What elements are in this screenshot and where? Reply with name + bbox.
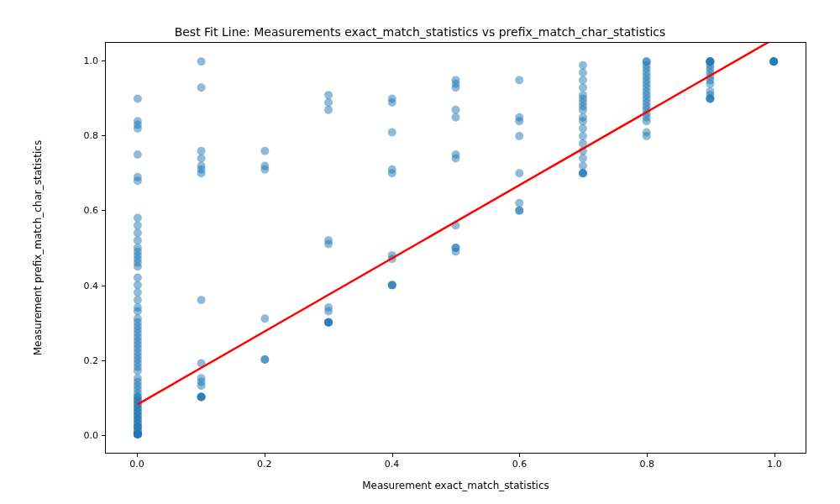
scatter-point (643, 57, 651, 66)
scatter-point (324, 91, 333, 99)
scatter-point (579, 91, 587, 99)
scatter-point (134, 314, 142, 323)
scatter-point (324, 236, 333, 244)
scatter-point (197, 392, 206, 401)
scatter-point (134, 221, 142, 229)
scatter-point (134, 288, 142, 297)
scatter-point (515, 132, 523, 140)
y-tick-mark (102, 286, 105, 286)
x-tick-mark (392, 454, 393, 457)
plot-frame (105, 42, 806, 454)
scatter-point (134, 374, 142, 382)
scatter-point (260, 161, 269, 170)
scatter-point (579, 69, 587, 77)
y-axis-label: Measurement prefix_match_char_statistics (32, 140, 44, 355)
scatter-point (134, 281, 142, 289)
x-tick-mark (519, 454, 520, 457)
y-tick-mark (102, 135, 105, 136)
scatter-point (134, 173, 142, 181)
scatter-point (579, 76, 587, 84)
y-tick-mark (102, 210, 105, 211)
scatter-point (134, 214, 142, 223)
scatter-point (197, 83, 206, 92)
scatter-point (388, 95, 396, 103)
y-tick-mark (102, 360, 105, 361)
x-tick-label: 0.2 (257, 459, 272, 470)
scatter-point (324, 98, 333, 107)
y-tick-label: 0.2 (65, 354, 98, 365)
scatter-point (134, 228, 142, 237)
scatter-point (388, 165, 396, 174)
scatter-point (134, 274, 142, 282)
x-tick-mark (265, 454, 265, 457)
x-tick-label: 0.8 (639, 459, 654, 470)
scatter-point (324, 318, 333, 327)
scatter-point (197, 155, 206, 163)
scatter-point (197, 161, 206, 170)
scatter-point (515, 76, 523, 84)
x-tick-label: 0.0 (129, 459, 144, 470)
scatter-point (706, 57, 714, 66)
x-tick-label: 1.0 (767, 459, 782, 470)
scatter-point (260, 147, 269, 155)
scatter-point (706, 87, 714, 96)
scatter-point (452, 113, 460, 122)
scatter-point (452, 76, 460, 84)
y-tick-label: 0.6 (65, 205, 98, 216)
scatter-point (579, 83, 587, 92)
scatter-point (197, 57, 206, 66)
scatter-point (515, 113, 523, 122)
y-tick-mark (102, 60, 105, 61)
scatter-point (579, 169, 587, 177)
scatter-point (579, 132, 587, 140)
x-tick-mark (774, 454, 775, 457)
scatter-point (197, 374, 206, 382)
x-tick-mark (137, 454, 138, 457)
scatter-point (134, 296, 142, 304)
scatter-point (134, 95, 142, 103)
scatter-point (260, 355, 269, 364)
x-tick-label: 0.4 (385, 459, 400, 470)
y-axis-label-wrap: Measurement prefix_match_char_statistics (29, 42, 46, 454)
scatter-point (579, 124, 587, 133)
plot-svg (106, 43, 806, 453)
scatter-point (579, 161, 587, 170)
scatter-point (324, 303, 333, 312)
scatter-point (515, 207, 523, 215)
scatter-point (260, 314, 269, 323)
y-tick-mark (102, 435, 105, 436)
x-tick-label: 0.6 (512, 459, 528, 470)
scatter-point (197, 296, 206, 304)
x-axis-label: Measurement exact_match_statistics (105, 480, 806, 491)
y-tick-label: 0.0 (65, 429, 98, 440)
scatter-point (134, 244, 142, 252)
scatter-point (579, 113, 587, 122)
scatter-point (388, 128, 396, 136)
scatter-point (579, 61, 587, 70)
scatter-point (579, 155, 587, 163)
scatter-point (452, 150, 460, 159)
x-tick-mark (647, 454, 648, 457)
scatter-point (452, 244, 460, 252)
scatter-point (134, 236, 142, 244)
y-tick-label: 0.8 (65, 130, 98, 141)
scatter-point (324, 106, 333, 114)
chart-title: Best Fit Line: Measurements exact_match_… (0, 25, 840, 39)
scatter-point (515, 199, 523, 207)
scatter-point (643, 128, 651, 136)
scatter-point (452, 106, 460, 114)
scatter-point (388, 281, 396, 289)
scatter-point (769, 57, 778, 66)
y-tick-label: 1.0 (65, 55, 98, 66)
scatter-point (515, 169, 523, 177)
scatter-point (134, 303, 142, 312)
y-tick-label: 0.4 (65, 280, 98, 291)
scatter-point (134, 150, 142, 159)
scatter-point (134, 117, 142, 125)
scatter-point (197, 147, 206, 155)
